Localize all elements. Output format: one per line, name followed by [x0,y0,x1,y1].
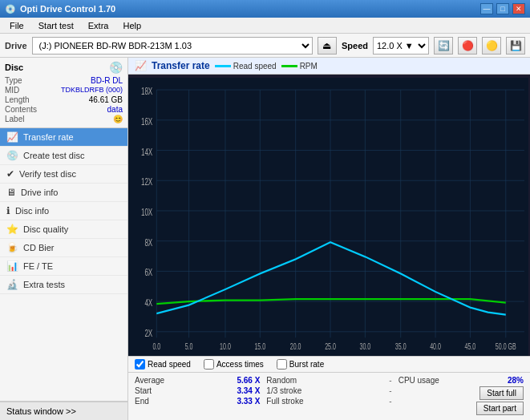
disc-contents-label: Contents [5,105,37,114]
speed-select[interactable]: 12.0 X ▼ [373,37,429,55]
checkbox-burst-rate-label: Burst rate [289,360,324,369]
svg-text:6X: 6X [144,268,152,278]
svg-text:40.0: 40.0 [430,342,441,352]
nav-label-drive-info: Drive info [21,188,58,197]
chart-header: 📈 Transfer rate Read speed RPM [128,58,530,75]
drive-info-icon: 🖥 [6,187,16,198]
disc-quality-icon: ⭐ [6,224,18,235]
disc-label-icon[interactable]: 😊 [113,115,123,123]
stats-col2: Random - 1/3 stroke - Full stroke - [263,374,394,418]
svg-text:2X: 2X [144,328,152,338]
drive-select[interactable]: (J:) PIONEER BD-RW BDR-213M 1.03 [32,37,313,55]
chart-svg: 18X 16X 14X 12X 10X 8X 6X 4X 2X 0.0 5.0 … [128,78,528,356]
checkbox-burst-rate[interactable]: Burst rate [277,359,324,370]
status-window-button[interactable]: Status window >> [0,402,127,420]
svg-text:20.0: 20.0 [290,342,301,352]
legend-rpm-label: RPM [300,62,318,71]
status-section: Status window >> [0,401,127,420]
checkbox-burst-rate-input[interactable] [277,359,287,370]
disc-option2-button[interactable]: 🟡 [482,37,501,55]
stat-average-label: Average [135,376,164,385]
chart-container: 18X 16X 14X 12X 10X 8X 6X 4X 2X 0.0 5.0 … [128,75,530,356]
disc-panel-header: Disc 💿 [5,61,123,74]
disc-info-icon: ℹ [6,205,10,216]
nav-item-cd-bier[interactable]: 🍺 CD Bier [0,239,127,257]
checkbox-read-speed[interactable]: Read speed [135,359,191,370]
checkbox-read-speed-input[interactable] [135,359,145,370]
extra-tests-icon: 🔬 [6,279,18,290]
nav-label-disc-info: Disc info [15,206,49,216]
disc-panel-icon[interactable]: 💿 [109,61,123,74]
svg-text:4X: 4X [144,298,152,309]
stat-cpu-value: 28% [508,376,524,385]
stat-start-label: Start [135,386,152,395]
close-button[interactable]: ✕ [512,3,525,14]
disc-length-label: Length [5,95,30,104]
legend-read-speed-label: Read speed [233,62,277,71]
stat-fullstroke-value: - [389,397,391,406]
disc-option1-button[interactable]: 🔴 [458,37,477,55]
stat-start-row: Start 3.34 X [135,386,260,395]
nav-item-drive-info[interactable]: 🖥 Drive info [0,184,127,202]
refresh-speed-button[interactable]: 🔄 [434,37,453,55]
disc-row-label: Label 😊 [5,115,123,123]
nav-section: 📈 Transfer rate 💿 Create test disc ✔ Ver… [0,128,127,401]
menu-extra[interactable]: Extra [82,19,115,32]
legend-read-speed-color [215,65,231,67]
svg-text:35.0: 35.0 [395,342,407,352]
menu-start-test[interactable]: Start test [32,19,80,32]
checkbox-access-times-input[interactable] [204,359,214,370]
app-title: Opti Drive Control 1.70 [20,4,115,14]
nav-label-transfer-rate: Transfer rate [23,132,74,142]
drivebar: Drive (J:) PIONEER BD-RW BDR-213M 1.03 ⏏… [0,34,530,58]
stat-1_3stroke-value: - [389,386,391,395]
disc-contents-value: data [107,105,123,114]
menu-file[interactable]: File [3,19,30,32]
checkbox-access-times-label: Access times [216,360,264,369]
disc-row-type: Type BD-R DL [5,76,123,85]
disc-type-value: BD-R DL [91,76,123,85]
legend-read-speed: Read speed [215,62,277,71]
main-content: Disc 💿 Type BD-R DL MID TDKBLDRFB (000) … [0,58,530,420]
nav-item-transfer-rate[interactable]: 📈 Transfer rate [0,128,127,147]
stats-col3: CPU usage 28% Start full Start part [395,374,527,418]
checkbox-read-speed-label: Read speed [148,360,191,369]
svg-text:50.0 GB: 50.0 GB [496,342,516,352]
save-button[interactable]: 💾 [506,37,525,55]
svg-text:12X: 12X [141,177,152,188]
svg-text:16X: 16X [141,116,152,127]
stat-end-value: 3.33 X [237,397,260,406]
fe-te-icon: 📊 [6,260,18,272]
stat-average-value: 5.66 X [237,376,260,385]
nav-item-fe-te[interactable]: 📊 FE / TE [0,257,127,276]
start-full-button[interactable]: Start full [479,386,524,400]
disc-length-value: 46.61 GB [89,95,123,104]
cd-bier-icon: 🍺 [6,242,18,253]
stat-random-value: - [389,376,391,385]
svg-text:10X: 10X [141,207,152,217]
stat-end-label: End [135,397,149,406]
nav-label-verify-test-disc: Verify test disc [19,169,76,179]
eject-button[interactable]: ⏏ [318,37,337,55]
menu-help[interactable]: Help [116,19,148,32]
start-part-button[interactable]: Start part [476,402,524,415]
svg-text:45.0: 45.0 [465,342,476,352]
maximize-button[interactable]: □ [496,3,509,14]
nav-item-verify-test-disc[interactable]: ✔ Verify test disc [0,165,127,184]
svg-text:18X: 18X [141,87,152,97]
transfer-rate-icon: 📈 [6,131,18,143]
nav-item-create-test-disc[interactable]: 💿 Create test disc [0,147,127,165]
minimize-button[interactable]: — [480,3,493,14]
stat-1_3stroke-row: 1/3 stroke - [266,386,391,395]
disc-type-label: Type [5,76,22,85]
sidebar: Disc 💿 Type BD-R DL MID TDKBLDRFB (000) … [0,58,128,420]
checkbox-access-times[interactable]: Access times [204,359,264,370]
nav-label-cd-bier: CD Bier [23,243,55,252]
menubar: File Start test Extra Help [0,18,530,34]
nav-item-disc-info[interactable]: ℹ Disc info [0,202,127,220]
stat-average-row: Average 5.66 X [135,376,260,385]
nav-item-extra-tests[interactable]: 🔬 Extra tests [0,276,127,294]
chart-area: 📈 Transfer rate Read speed RPM [128,58,530,420]
nav-item-disc-quality[interactable]: ⭐ Disc quality [0,220,127,239]
create-test-disc-icon: 💿 [6,150,18,161]
